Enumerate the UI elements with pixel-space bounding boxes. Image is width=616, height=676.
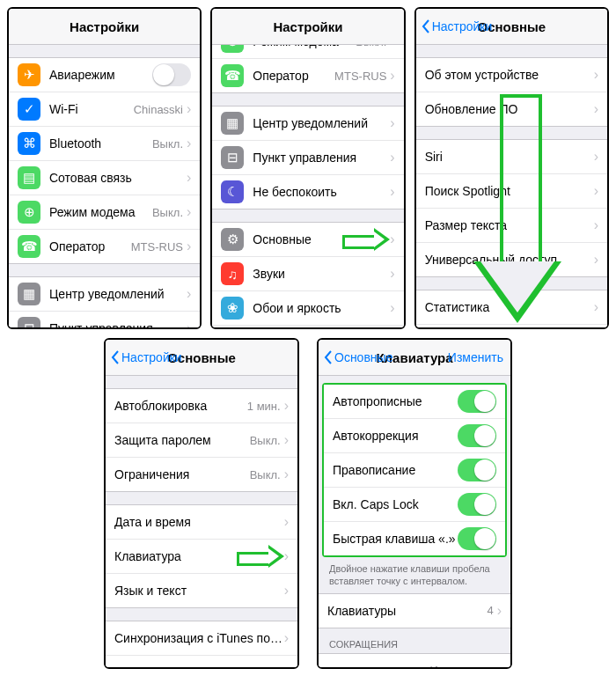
toggle-switch[interactable]: [458, 527, 496, 550]
settings-row[interactable]: Об этом устройстве›: [416, 58, 607, 92]
row-value: MTS-RUS: [334, 70, 386, 83]
settings-row[interactable]: Автокоррекция: [324, 419, 505, 453]
settings-row[interactable]: ☎ОператорMTS-RUS›: [9, 230, 200, 263]
settings-row[interactable]: ✓Wi-FiChinasski›: [9, 92, 200, 127]
toggle-switch[interactable]: [458, 459, 496, 481]
settings-row[interactable]: Универсальный доступ›: [416, 243, 607, 276]
chevron-right-icon: ›: [187, 320, 191, 327]
settings-row[interactable]: Обновление ПО›: [416, 92, 607, 126]
header: Настройки: [9, 9, 200, 45]
row-label: Размер текста: [425, 218, 594, 232]
settings-row[interactable]: VPNНе подключено›: [106, 656, 297, 667]
settings-row[interactable]: ⊟Пункт управления›: [212, 141, 403, 175]
settings-row[interactable]: ❀Обои и яркость›: [212, 291, 403, 326]
cell-icon: ▤: [18, 166, 40, 189]
general-icon: ⚙: [221, 228, 244, 251]
settings-row[interactable]: ОграниченияВыкл.›: [106, 458, 297, 491]
settings-row[interactable]: Клавиатуры4›: [319, 594, 510, 628]
settings-row[interactable]: Правописание: [324, 453, 505, 488]
screen-general: Настройки Основные Об этом устройстве›Об…: [414, 7, 609, 329]
screen-general-2: Настройки Основные Автоблокировка1 мин.›…: [104, 338, 299, 669]
settings-row[interactable]: ✋Приватность›: [212, 326, 403, 327]
chevron-right-icon: ›: [187, 239, 191, 254]
chevron-right-icon: ›: [497, 603, 502, 619]
row-label: Обои и яркость: [253, 301, 390, 315]
chevron-right-icon: ›: [187, 136, 191, 151]
row-value: Не подключено: [199, 666, 281, 668]
chevron-right-icon: ›: [594, 149, 598, 165]
chevron-right-icon: ›: [187, 101, 191, 117]
back-label: Настройки: [432, 19, 493, 33]
settings-row[interactable]: Язык и текст›: [106, 574, 297, 607]
settings-row[interactable]: ⚙Основные›: [212, 223, 403, 257]
row-label: Статистика: [425, 300, 594, 314]
settings-row[interactable]: ⌘BluetoothВыкл.›: [9, 127, 200, 161]
chevron-right-icon: ›: [594, 101, 598, 117]
caption: Двойное нажатие клавиши пробела вставляе…: [319, 557, 510, 593]
header: Настройки: [212, 9, 403, 45]
row-value: 1 мин.: [247, 400, 281, 413]
edit-button[interactable]: Изменить: [448, 350, 503, 364]
row-value: Выкл.: [152, 206, 183, 219]
toggle-switch[interactable]: [458, 424, 496, 447]
settings-row[interactable]: Автопрописные: [324, 385, 505, 419]
chevron-right-icon: ›: [594, 252, 598, 268]
settings-row[interactable]: ☾Не беспокоить›: [212, 175, 403, 209]
settings-row[interactable]: ♫Звуки›: [212, 257, 403, 291]
sounds-icon: ♫: [221, 262, 244, 285]
chevron-right-icon: ›: [284, 514, 289, 530]
settings-row[interactable]: Дата и время›: [106, 505, 297, 540]
toggle-switch[interactable]: [458, 493, 496, 516]
settings-row[interactable]: ▦Центр уведомлений›: [9, 277, 200, 312]
settings-row[interactable]: Статистика›: [416, 290, 607, 325]
row-label: Основные: [253, 232, 342, 246]
settings-row[interactable]: ⊟Пункт управления›: [9, 312, 200, 327]
settings-row[interactable]: Автоблокировка1 мин.›: [106, 389, 297, 423]
settings-row[interactable]: Защита паролемВыкл.›: [106, 423, 297, 458]
back-button[interactable]: Основные: [324, 350, 392, 364]
settings-row[interactable]: ⊕Режим модемаВыкл.›: [9, 195, 200, 230]
carrier-icon: ☎: [18, 235, 40, 258]
settings-row[interactable]: ▤Сотовая связь›: [9, 161, 200, 195]
back-label: Настройки: [121, 350, 182, 364]
chevron-right-icon: ›: [390, 300, 394, 316]
settings-row[interactable]: Обновление контента›: [416, 325, 607, 327]
settings-row[interactable]: ☎ОператорMTS-RUS›: [212, 59, 403, 92]
settings-row[interactable]: Клавиатура›: [106, 540, 297, 574]
row-value: MTS-RUS: [131, 240, 183, 254]
chevron-right-icon: ›: [390, 266, 394, 282]
settings-row[interactable]: итдИ так далее›: [319, 654, 510, 667]
settings-row[interactable]: Siri›: [416, 140, 607, 174]
row-label: Об этом устройстве: [425, 68, 594, 82]
settings-row[interactable]: Быстрая клавиша «.»: [324, 522, 505, 555]
chevron-right-icon: ›: [390, 150, 394, 165]
settings-row[interactable]: ⊕Режим модемаВыкл.›: [212, 45, 403, 59]
chevron-right-icon: ›: [390, 45, 394, 49]
settings-row[interactable]: Размер текста›: [416, 209, 607, 243]
row-value: 4: [487, 604, 493, 617]
toggle-switch[interactable]: [458, 390, 496, 413]
control-icon: ⊟: [18, 317, 40, 327]
toggle-switch[interactable]: [152, 63, 191, 86]
notif-icon: ▦: [221, 112, 244, 135]
row-label: Wi-Fi: [49, 102, 134, 116]
chevron-right-icon: ›: [284, 665, 289, 667]
section-label: СОКРАЩЕНИЯ: [319, 628, 510, 653]
wallpaper-icon: ❀: [221, 297, 244, 320]
settings-row[interactable]: Синхронизация с iTunes по Wi-Fi›: [106, 621, 297, 656]
back-button[interactable]: Настройки: [422, 19, 493, 33]
row-value: Выкл.: [356, 45, 386, 48]
chevron-right-icon: ›: [390, 184, 394, 200]
row-label: Клавиатуры: [327, 604, 487, 618]
settings-row[interactable]: ✈Авиарежим: [9, 58, 200, 92]
settings-row[interactable]: Вкл. Caps Lock: [324, 488, 505, 522]
settings-row[interactable]: ▦Центр уведомлений›: [212, 107, 403, 141]
row-label: Дата и время: [114, 515, 284, 529]
back-button[interactable]: Настройки: [111, 350, 182, 364]
row-value: Выкл.: [152, 137, 183, 151]
row-label: Режим модема: [49, 205, 152, 219]
carrier-icon: ☎: [221, 64, 244, 87]
chevron-right-icon: ›: [390, 115, 394, 131]
settings-row[interactable]: Поиск Spotlight›: [416, 174, 607, 209]
header: Настройки Основные: [416, 9, 607, 45]
